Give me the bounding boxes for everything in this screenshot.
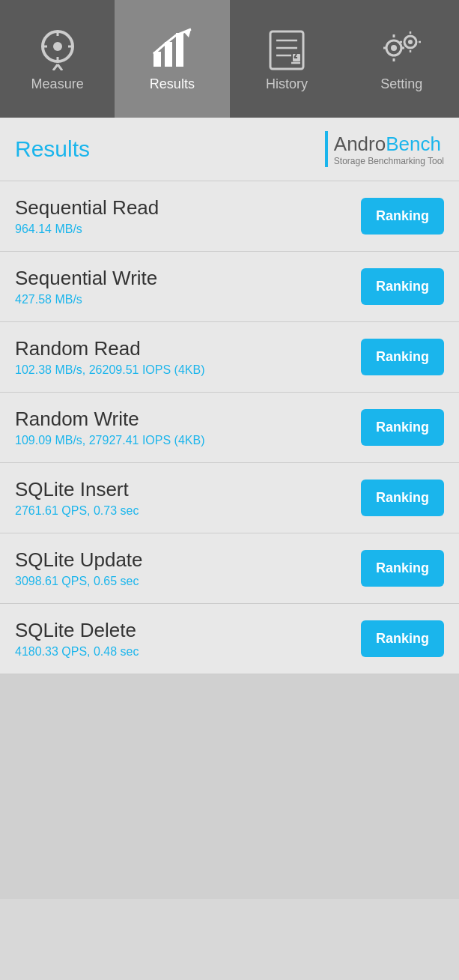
result-name: SQLite Insert (15, 478, 139, 501)
measure-icon (35, 25, 80, 70)
result-name: SQLite Update (15, 548, 143, 572)
result-row: Sequential Read964.14 MB/sRanking (0, 181, 459, 252)
result-value: 109.09 MB/s, 27927.41 IOPS (4KB) (15, 434, 204, 447)
history-icon (264, 25, 309, 70)
brand-name-part2: Bench (386, 133, 441, 155)
brand-name: AndroBench (334, 133, 441, 156)
nav-bar: Measure Results History (0, 0, 459, 118)
brand-name-part1: Andro (334, 133, 386, 155)
result-row: Random Read102.38 MB/s, 26209.51 IOPS (4… (0, 322, 459, 393)
result-name: Random Write (15, 408, 204, 431)
nav-item-results[interactable]: Results (115, 0, 229, 118)
result-value: 427.58 MB/s (15, 293, 157, 306)
svg-marker-11 (183, 29, 191, 37)
result-row: SQLite Insert2761.61 QPS, 0.73 secRankin… (0, 463, 459, 533)
nav-item-history[interactable]: History (230, 0, 344, 118)
ranking-button[interactable]: Ranking (361, 620, 444, 657)
result-info: Random Read102.38 MB/s, 26209.51 IOPS (4… (15, 337, 204, 377)
svg-line-7 (53, 64, 58, 70)
svg-rect-9 (165, 42, 172, 67)
result-info: SQLite Delete4180.33 QPS, 0.48 sec (15, 619, 139, 659)
result-row: SQLite Update3098.61 QPS, 0.65 secRankin… (0, 533, 459, 604)
results-list: Sequential Read964.14 MB/sRankingSequent… (0, 181, 459, 674)
nav-item-measure[interactable]: Measure (0, 0, 115, 118)
svg-rect-10 (176, 33, 183, 67)
nav-label-results: Results (150, 76, 195, 92)
ranking-button[interactable]: Ranking (361, 198, 444, 235)
ranking-button[interactable]: Ranking (361, 550, 444, 587)
ranking-button[interactable]: Ranking (361, 480, 444, 516)
results-header: Results AndroBench Storage Benchmarking … (0, 118, 459, 181)
results-icon (150, 25, 195, 70)
setting-icon (379, 25, 424, 70)
nav-label-measure: Measure (31, 76, 84, 92)
ranking-button[interactable]: Ranking (361, 339, 444, 375)
logo-bar (325, 131, 328, 167)
result-name: SQLite Delete (15, 619, 139, 642)
result-value: 102.38 MB/s, 26209.51 IOPS (4KB) (15, 363, 204, 377)
brand-logo: AndroBench Storage Benchmarking Tool (325, 131, 444, 167)
result-name: Sequential Write (15, 267, 157, 290)
nav-label-history: History (266, 76, 308, 92)
result-name: Sequential Read (15, 196, 159, 220)
brand-subtitle: Storage Benchmarking Tool (334, 156, 444, 166)
empty-area (0, 674, 459, 899)
nav-label-setting: Setting (380, 76, 422, 92)
page-title: Results (15, 136, 90, 162)
nav-item-setting[interactable]: Setting (344, 0, 459, 118)
svg-point-1 (53, 42, 62, 51)
result-info: SQLite Update3098.61 QPS, 0.65 sec (15, 548, 143, 588)
result-row: Random Write109.09 MB/s, 27927.41 IOPS (… (0, 393, 459, 463)
ranking-button[interactable]: Ranking (361, 268, 444, 305)
result-name: Random Read (15, 337, 204, 360)
result-info: Sequential Read964.14 MB/s (15, 196, 159, 236)
svg-point-21 (391, 45, 397, 51)
result-value: 2761.61 QPS, 0.73 sec (15, 504, 139, 518)
result-row: Sequential Write427.58 MB/sRanking (0, 252, 459, 322)
brand-text: AndroBench Storage Benchmarking Tool (334, 133, 444, 166)
result-info: Random Write109.09 MB/s, 27927.41 IOPS (… (15, 408, 204, 447)
ranking-button[interactable]: Ranking (361, 409, 444, 446)
result-value: 3098.61 QPS, 0.65 sec (15, 575, 143, 588)
result-value: 4180.33 QPS, 0.48 sec (15, 645, 139, 659)
result-info: SQLite Insert2761.61 QPS, 0.73 sec (15, 478, 139, 518)
result-info: Sequential Write427.58 MB/s (15, 267, 157, 306)
result-row: SQLite Delete4180.33 QPS, 0.48 secRankin… (0, 604, 459, 674)
result-value: 964.14 MB/s (15, 223, 159, 236)
svg-point-23 (408, 40, 413, 44)
